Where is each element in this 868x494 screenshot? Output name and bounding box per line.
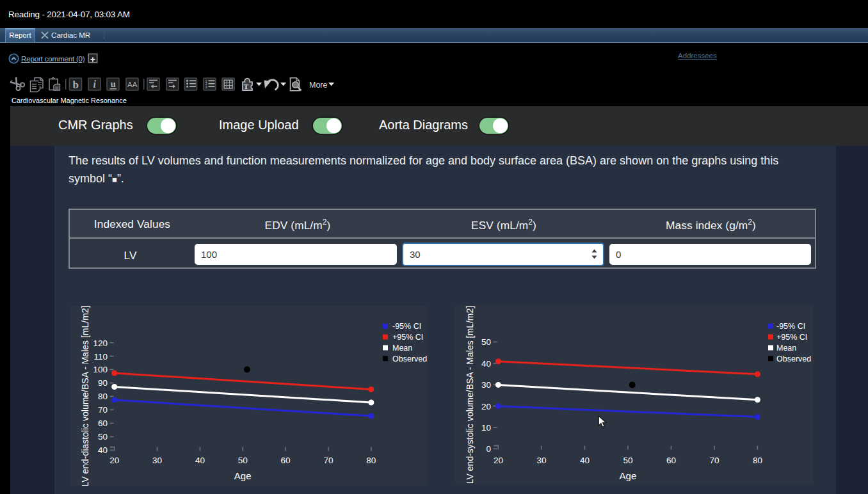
svg-text:70: 70 — [98, 405, 108, 415]
svg-text:100: 100 — [93, 365, 108, 374]
svg-text:Observed: Observed — [392, 355, 427, 363]
svg-text:+95% CI: +95% CI — [392, 333, 423, 342]
svg-text:10: 10 — [481, 423, 491, 433]
svg-text:40: 40 — [195, 456, 205, 465]
svg-text:40: 40 — [580, 456, 590, 465]
svg-text:b: b — [72, 79, 78, 91]
svg-text:u: u — [111, 79, 116, 89]
svg-text:20: 20 — [481, 402, 491, 411]
svg-text:70: 70 — [323, 456, 333, 465]
svg-text:LV end-systolic volume/BSA - M: LV end-systolic volume/BSA - Males [mL/m… — [465, 306, 475, 484]
svg-text:80: 80 — [753, 456, 762, 465]
svg-text:i: i — [93, 79, 96, 90]
svg-text:50: 50 — [238, 456, 248, 465]
svg-text:20: 20 — [494, 456, 503, 465]
svg-text:30: 30 — [152, 456, 162, 465]
svg-text:Mean: Mean — [776, 344, 796, 353]
svg-text:Observed: Observed — [776, 355, 811, 363]
svg-text:+95% CI: +95% CI — [776, 333, 807, 342]
svg-text:30: 30 — [536, 456, 546, 465]
svg-text:Mean: Mean — [392, 344, 412, 353]
svg-text:60: 60 — [281, 456, 291, 465]
svg-text:LV end-diastolic volume/BSA -: LV end-diastolic volume/BSA - Males [mL/… — [80, 306, 90, 486]
svg-text:More: More — [309, 81, 328, 90]
svg-text:60: 60 — [98, 418, 108, 428]
svg-text:40: 40 — [481, 359, 491, 369]
svg-text:-95% CI: -95% CI — [392, 322, 421, 331]
svg-text:50: 50 — [481, 337, 491, 347]
svg-text:T: T — [244, 83, 249, 90]
svg-text:20: 20 — [109, 456, 119, 465]
svg-text:50: 50 — [623, 456, 632, 465]
svg-text:80: 80 — [98, 392, 108, 401]
svg-text:Age: Age — [620, 470, 637, 481]
svg-text:80: 80 — [366, 456, 376, 465]
svg-text:110: 110 — [93, 352, 108, 362]
svg-text:70: 70 — [709, 456, 719, 465]
svg-text:40: 40 — [98, 445, 108, 455]
svg-text:90: 90 — [98, 378, 108, 388]
svg-text:120: 120 — [93, 339, 108, 348]
svg-text:30: 30 — [481, 380, 491, 390]
svg-text:-95% CI: -95% CI — [776, 322, 805, 331]
svg-text:AA: AA — [127, 81, 138, 88]
svg-text:50: 50 — [98, 432, 108, 442]
svg-text:0: 0 — [486, 444, 491, 454]
svg-text:Age: Age — [234, 470, 252, 481]
svg-text:60: 60 — [666, 456, 676, 465]
